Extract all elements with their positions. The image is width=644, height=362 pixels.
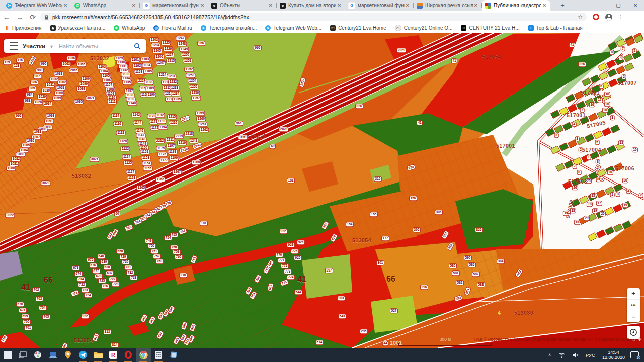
- parcel-label[interactable]: 1300: [299, 77, 306, 87]
- notification-center-icon[interactable]: 10: [630, 351, 639, 358]
- parcel-label[interactable]: 3: [575, 136, 580, 141]
- parcel-label[interactable]: 733: [130, 275, 138, 280]
- parcel-label[interactable]: 925: [446, 242, 454, 251]
- parcel-label[interactable]: 1029: [37, 94, 47, 99]
- parcel-label[interactable]: 17: [596, 201, 602, 206]
- tab-8[interactable]: Публичная кадастровая ка✕: [482, 0, 550, 11]
- parcel-label[interactable]: 303: [337, 296, 345, 301]
- parcel-label[interactable]: 723: [81, 288, 89, 293]
- parcel-label[interactable]: 1114: [111, 113, 121, 118]
- parcel-label[interactable]: 760: [175, 254, 183, 259]
- parcel-label[interactable]: 761: [190, 255, 197, 264]
- zoom-in-button[interactable]: +: [627, 288, 640, 299]
- parcel-label[interactable]: 4: [626, 189, 631, 194]
- address-bar[interactable]: pkk.rosreestr.ru/#/search/56.66534682425…: [40, 13, 587, 21]
- parcel-label[interactable]: 1154: [142, 161, 151, 166]
- parcel-label[interactable]: 639: [100, 259, 108, 264]
- parcel-label[interactable]: 41: [569, 42, 575, 47]
- parcel-label[interactable]: 1028: [33, 100, 43, 105]
- parcel-label[interactable]: 41: [451, 58, 457, 63]
- parcel-label[interactable]: 4: [572, 122, 577, 127]
- parcel-label[interactable]: 3023: [41, 180, 50, 186]
- parcel-label[interactable]: 759: [173, 249, 181, 254]
- tab-3[interactable]: Gмаркетинговый функцион✕: [140, 0, 208, 11]
- parcel-label[interactable]: 1231: [167, 74, 176, 79]
- tab-4[interactable]: eОбъекты✕: [208, 0, 277, 11]
- parcel-label[interactable]: 154: [346, 222, 354, 227]
- reload-button[interactable]: ⟳: [26, 13, 39, 21]
- parcel-label[interactable]: 2065: [69, 68, 78, 73]
- parcel-label[interactable]: 41: [417, 120, 423, 125]
- forward-button[interactable]: →: [13, 13, 26, 21]
- taskbar-app-computer-icon[interactable]: [45, 348, 60, 362]
- parcel-label[interactable]: 966: [235, 121, 243, 126]
- parcel-label[interactable]: 7: [573, 164, 577, 169]
- clock[interactable]: 14:54 12.06.2020: [602, 350, 625, 360]
- parcel-label[interactable]: 1125: [123, 160, 133, 165]
- parcel-label[interactable]: 1140: [127, 101, 137, 106]
- parcel-label[interactable]: 1216: [169, 120, 178, 125]
- parcel-label[interactable]: 927: [321, 221, 329, 230]
- parcel-label[interactable]: 1177: [159, 158, 169, 163]
- parcel-label[interactable]: 310: [374, 176, 382, 182]
- parcel-label[interactable]: 305: [413, 227, 421, 232]
- bookmark-3[interactable]: ✆WhatsApp: [114, 25, 145, 31]
- parcel-label[interactable]: 702: [32, 287, 40, 292]
- parcel-label[interactable]: 1851: [238, 135, 248, 140]
- map-canvas[interactable]: 1103110411051106110711081109111011111129…: [0, 33, 644, 348]
- parcel-label[interactable]: 966: [254, 45, 262, 50]
- parcel-label[interactable]: 701: [24, 325, 32, 330]
- parcel-label[interactable]: 155: [370, 212, 378, 217]
- bookmark-8[interactable]: 21Century21 Online O...: [395, 25, 453, 31]
- parcel-label[interactable]: 986: [30, 80, 38, 85]
- parcel-label[interactable]: 746: [124, 224, 133, 231]
- parcel-label[interactable]: 700: [23, 319, 31, 324]
- parcel-label[interactable]: 699: [21, 314, 29, 319]
- parcel-label[interactable]: 1135: [122, 80, 132, 85]
- tab-close-icon[interactable]: ✕: [336, 3, 342, 9]
- wifi-icon[interactable]: [558, 352, 565, 358]
- parcel-label[interactable]: 514: [315, 340, 324, 345]
- parcel-label[interactable]: 826: [355, 104, 363, 109]
- parcel-label[interactable]: 2218: [184, 131, 194, 136]
- parcel-label[interactable]: 3: [554, 133, 559, 138]
- parcel-label[interactable]: 1259: [195, 111, 205, 116]
- tab-2[interactable]: ✆WhatsApp✕: [71, 0, 140, 11]
- search-input[interactable]: [58, 43, 134, 50]
- parcel-label[interactable]: 1206: [154, 54, 164, 59]
- parcel-label[interactable]: 1260: [196, 116, 206, 121]
- bookmark-star-icon[interactable]: ☆: [578, 14, 583, 20]
- parcel-label[interactable]: 527: [390, 308, 398, 313]
- parcel-label[interactable]: 2219: [174, 134, 184, 139]
- parcel-label[interactable]: 813: [103, 329, 111, 334]
- parcel-label[interactable]: 1204: [151, 43, 160, 48]
- parcel-label[interactable]: 1142: [131, 112, 141, 117]
- parcel-label[interactable]: 588: [477, 282, 485, 287]
- parcel-label[interactable]: 925: [294, 255, 302, 260]
- parcel-label[interactable]: 955: [60, 342, 68, 348]
- menu-icon[interactable]: [10, 42, 18, 50]
- parcel-label[interactable]: 703: [35, 296, 43, 301]
- taskbar-app-edge-icon[interactable]: [166, 348, 181, 362]
- parcel-label[interactable]: 719: [0, 334, 8, 343]
- bookmark-7[interactable]: 21Century21 Eva Home: [330, 25, 386, 31]
- parcel-label[interactable]: 18: [587, 202, 593, 207]
- taskbar-app-paint-icon[interactable]: [30, 348, 45, 362]
- parcel-label[interactable]: 1225: [161, 40, 171, 45]
- parcel-label[interactable]: 775: [280, 279, 289, 286]
- parcel-label[interactable]: 1256: [190, 90, 200, 95]
- parcel-label[interactable]: 1155: [143, 166, 152, 171]
- parcel-label[interactable]: 2063: [61, 61, 71, 66]
- parcel-label[interactable]: 926: [297, 240, 305, 245]
- parcel-label[interactable]: 1065: [76, 62, 86, 67]
- bookmark-9[interactable]: CCENTURY 21 Eva H...: [461, 25, 519, 31]
- parcel-label[interactable]: 26: [622, 178, 628, 183]
- parcel-label[interactable]: 987: [33, 74, 41, 79]
- parcel-label[interactable]: 1127: [126, 169, 135, 174]
- parcel-label[interactable]: 304: [497, 259, 505, 264]
- parcel-label[interactable]: 1184: [142, 63, 151, 68]
- parcel-label[interactable]: 1100: [81, 76, 91, 81]
- parcel-label[interactable]: 60: [114, 211, 120, 216]
- parcel-label[interactable]: 1124: [122, 154, 131, 159]
- parcel-label[interactable]: 2028: [279, 127, 288, 132]
